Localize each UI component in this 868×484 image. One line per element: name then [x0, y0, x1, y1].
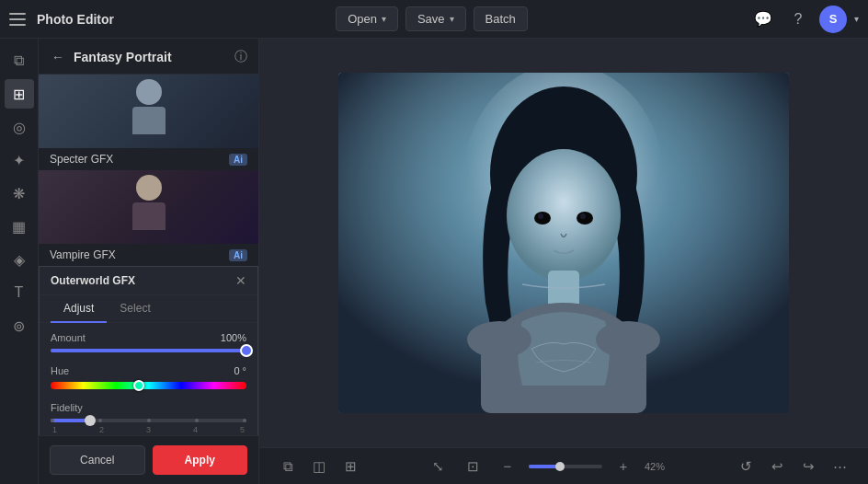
preset-tabs: Adjust Select — [40, 295, 257, 323]
layers-tool-button[interactable]: ⧉ — [274, 453, 302, 480]
undo-button[interactable]: ↩ — [763, 453, 791, 480]
specter-name: Specter GFX — [50, 153, 113, 166]
sidebar-btn-settings[interactable]: ⊚ — [5, 311, 34, 340]
avatar[interactable]: S — [819, 6, 847, 33]
active-preset-close-button[interactable]: ✕ — [235, 273, 246, 288]
vampire-ai-badge: Ai — [229, 249, 247, 261]
help-icon-button[interactable]: ? — [784, 6, 812, 33]
vampire-name: Vampire GFX — [50, 248, 116, 261]
topbar-right: 💬 ? S ▾ — [749, 6, 859, 33]
active-preset-outerworld: Outerworld GFX ✕ Adjust Select Amount 10… — [39, 266, 258, 435]
panel: ← Fantasy Portrait ⓘ Specter GFX Ai — [39, 39, 259, 484]
panel-info-button[interactable]: ⓘ — [234, 49, 247, 65]
toolbar-center: ⤡ ⊡ − + 42% — [424, 453, 672, 480]
sidebar-btn-effects[interactable]: ✦ — [5, 145, 34, 175]
fidelity-control: Fidelity — [51, 402, 246, 434]
zoom-slider[interactable] — [529, 465, 602, 468]
sidebar-btn-layers[interactable]: ⧉ — [5, 46, 34, 75]
hue-label: Hue — [51, 365, 69, 376]
fidelity-ticks: 1 2 3 4 5 — [51, 425, 246, 434]
topbar: Photo Editor Open ▾ Save ▾ Batch 💬 ? S ▾ — [0, 0, 868, 39]
zoom-out-button[interactable]: − — [494, 453, 521, 480]
canvas-content — [259, 39, 868, 447]
svg-point-11 — [538, 213, 543, 219]
more-button[interactable]: ⋯ — [826, 453, 853, 480]
toolbar-right: ↺ ↩ ↪ ⋯ — [732, 453, 853, 480]
sidebar-btn-object[interactable]: ◈ — [5, 245, 34, 274]
amount-label: Amount — [51, 332, 86, 343]
zoom-in-button[interactable]: + — [610, 453, 637, 480]
hue-slider[interactable] — [51, 382, 246, 389]
vampire-label-row: Vampire GFX Ai — [39, 244, 258, 266]
fidelity-label: Fidelity — [51, 402, 83, 413]
canvas-bg-svg — [338, 73, 789, 413]
mask-tool-button[interactable]: ◫ — [305, 453, 333, 480]
specter-ai-badge: Ai — [229, 154, 247, 166]
sidebar-btn-star[interactable]: ❋ — [5, 179, 34, 208]
icon-sidebar: ⧉ ⊞ ◎ ✦ ❋ ▦ ◈ T ⊚ — [0, 39, 39, 484]
specter-silhouette — [126, 79, 172, 144]
amount-slider[interactable] — [51, 349, 246, 352]
panel-title: Fantasy Portrait — [74, 50, 227, 64]
sidebar-btn-grid[interactable]: ▦ — [5, 212, 34, 241]
canvas-area: ⧉ ◫ ⊞ ⤡ ⊡ − + 42% ↺ ↩ ↪ ⋯ — [259, 39, 868, 484]
fidelity-slider[interactable] — [51, 419, 246, 422]
amount-slider-thumb[interactable] — [240, 344, 253, 357]
batch-button[interactable]: Batch — [474, 6, 528, 31]
svg-point-7 — [467, 321, 531, 358]
hue-slider-thumb[interactable] — [133, 380, 144, 391]
amount-slider-fill — [51, 349, 246, 352]
vampire-silhouette — [126, 175, 172, 239]
apply-button[interactable]: Apply — [153, 445, 248, 475]
tab-select[interactable]: Select — [107, 295, 163, 323]
panel-header: ← Fantasy Portrait ⓘ — [39, 39, 258, 75]
panel-scrollable[interactable]: Specter GFX Ai Vampire GFX Ai — [39, 75, 258, 435]
hue-control: Hue 0 ° — [51, 365, 246, 389]
chat-icon-button[interactable]: 💬 — [749, 6, 777, 33]
avatar-chevron-icon: ▾ — [854, 14, 859, 24]
main-area: ⧉ ⊞ ◎ ✦ ❋ ▦ ◈ T ⊚ ← Fantasy Portrait ⓘ — [0, 39, 868, 484]
svg-point-3 — [507, 149, 621, 282]
redo-button[interactable]: ↪ — [794, 453, 822, 480]
panel-footer: Cancel Apply — [39, 435, 258, 484]
menu-icon[interactable] — [9, 9, 29, 29]
amount-value: 100% — [221, 332, 246, 343]
fidelity-thumb[interactable] — [85, 415, 96, 426]
open-button[interactable]: Open ▾ — [336, 6, 398, 31]
zoom-percentage: 42% — [645, 461, 672, 472]
vampire-thumbnail — [39, 170, 258, 244]
tab-adjust[interactable]: Adjust — [51, 295, 107, 323]
app-title: Photo Editor — [37, 12, 114, 27]
save-button[interactable]: Save ▾ — [405, 6, 466, 31]
sidebar-btn-eye[interactable]: ◎ — [5, 112, 34, 142]
zoom-slider-thumb[interactable] — [555, 462, 565, 471]
svg-rect-4 — [548, 271, 579, 307]
rotate-button[interactable]: ↺ — [732, 453, 760, 480]
sidebar-btn-adjustments[interactable]: ⊞ — [5, 79, 34, 109]
svg-point-12 — [580, 213, 586, 219]
svg-point-8 — [596, 321, 660, 358]
specter-label-row: Specter GFX Ai — [39, 148, 258, 170]
panel-back-button[interactable]: ← — [50, 48, 66, 66]
open-chevron-icon: ▾ — [382, 14, 386, 24]
specter-thumbnail — [39, 75, 258, 148]
photo-canvas — [338, 73, 789, 413]
adjust-controls: Amount 100% Hue 0 ° — [40, 323, 257, 435]
save-chevron-icon: ▾ — [450, 14, 454, 24]
grid-tool-button[interactable]: ⊞ — [337, 453, 364, 480]
crop-button[interactable]: ⊡ — [459, 453, 486, 480]
preset-item-vampire[interactable]: Vampire GFX Ai — [39, 170, 258, 266]
fit-screen-button[interactable]: ⤡ — [424, 453, 451, 480]
preset-item-specter[interactable]: Specter GFX Ai — [39, 75, 258, 170]
cancel-button[interactable]: Cancel — [50, 445, 145, 475]
hue-value: 0 ° — [234, 365, 246, 376]
toolbar-left: ⧉ ◫ ⊞ — [274, 453, 364, 480]
canvas-toolbar: ⧉ ◫ ⊞ ⤡ ⊡ − + 42% ↺ ↩ ↪ ⋯ — [259, 447, 868, 484]
active-preset-name: Outerworld GFX — [51, 274, 135, 287]
active-preset-header: Outerworld GFX ✕ — [40, 267, 257, 295]
sidebar-btn-text[interactable]: T — [5, 278, 34, 307]
amount-control: Amount 100% — [51, 332, 246, 352]
